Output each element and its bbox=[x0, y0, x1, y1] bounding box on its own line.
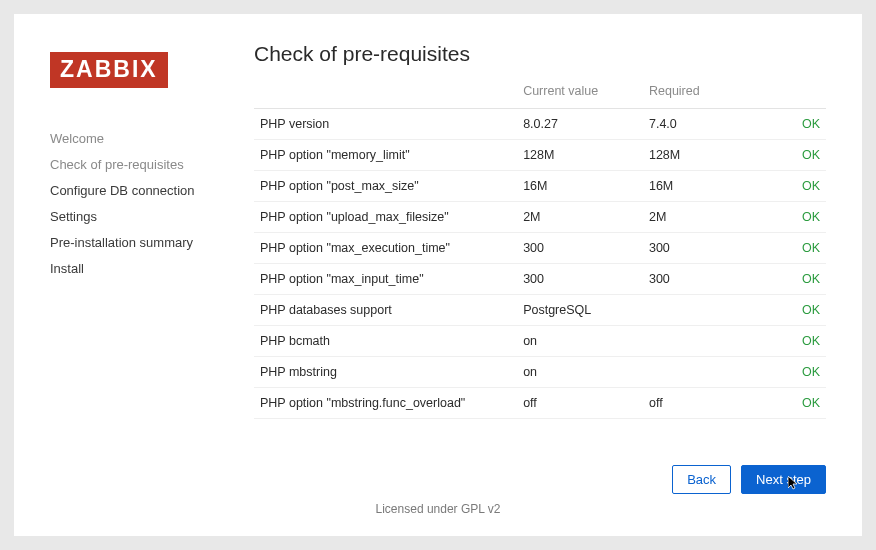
cell-current: on bbox=[517, 326, 643, 357]
cell-status: OK bbox=[757, 295, 826, 326]
requirements-table: Current value Required PHP version8.0.27… bbox=[254, 76, 826, 419]
cell-name: PHP bcmath bbox=[254, 326, 517, 357]
cell-status: OK bbox=[757, 202, 826, 233]
next-step-label: Next step bbox=[756, 472, 811, 487]
wizard-buttons: Back Next step bbox=[254, 451, 826, 502]
nav-step[interactable]: Welcome bbox=[50, 126, 248, 152]
cell-required: 16M bbox=[643, 171, 757, 202]
table-row: PHP version8.0.277.4.0OK bbox=[254, 109, 826, 140]
table-row: PHP option "max_execution_time"300300OK bbox=[254, 233, 826, 264]
col-current: Current value bbox=[517, 76, 643, 109]
nav-step[interactable]: Install bbox=[50, 256, 248, 282]
table-row: PHP option "max_input_time"300300OK bbox=[254, 264, 826, 295]
license-footer: Licensed under GPL v2 bbox=[50, 502, 826, 518]
right-column: Check of pre-requisites Current value Re… bbox=[248, 42, 826, 502]
cell-name: PHP option "memory_limit" bbox=[254, 140, 517, 171]
cell-name: PHP option "max_input_time" bbox=[254, 264, 517, 295]
cell-current: 300 bbox=[517, 264, 643, 295]
content-columns: ZABBIX WelcomeCheck of pre-requisitesCon… bbox=[50, 42, 826, 502]
table-row: PHP option "upload_max_filesize"2M2MOK bbox=[254, 202, 826, 233]
cell-current: 2M bbox=[517, 202, 643, 233]
col-name bbox=[254, 76, 517, 109]
cell-status: OK bbox=[757, 171, 826, 202]
nav-step[interactable]: Configure DB connection bbox=[50, 178, 248, 204]
brand-logo: ZABBIX bbox=[50, 52, 168, 88]
setup-steps-nav: WelcomeCheck of pre-requisitesConfigure … bbox=[50, 126, 248, 282]
nav-step[interactable]: Pre-installation summary bbox=[50, 230, 248, 256]
cell-name: PHP option "max_execution_time" bbox=[254, 233, 517, 264]
cell-status: OK bbox=[757, 233, 826, 264]
cell-status: OK bbox=[757, 388, 826, 419]
cell-current: 8.0.27 bbox=[517, 109, 643, 140]
cell-status: OK bbox=[757, 326, 826, 357]
requirements-table-wrap: Current value Required PHP version8.0.27… bbox=[254, 76, 826, 451]
cell-required: 2M bbox=[643, 202, 757, 233]
cell-name: PHP option "upload_max_filesize" bbox=[254, 202, 517, 233]
cell-name: PHP option "mbstring.func_overload" bbox=[254, 388, 517, 419]
table-fade bbox=[254, 437, 826, 451]
table-row: PHP option "mbstring.func_overload"offof… bbox=[254, 388, 826, 419]
cell-required: 300 bbox=[643, 233, 757, 264]
nav-step[interactable]: Check of pre-requisites bbox=[50, 152, 248, 178]
table-row: PHP option "post_max_size"16M16MOK bbox=[254, 171, 826, 202]
cell-current: off bbox=[517, 388, 643, 419]
table-row: PHP databases supportPostgreSQLOK bbox=[254, 295, 826, 326]
cell-status: OK bbox=[757, 109, 826, 140]
cell-name: PHP option "post_max_size" bbox=[254, 171, 517, 202]
cell-current: 128M bbox=[517, 140, 643, 171]
cell-current: PostgreSQL bbox=[517, 295, 643, 326]
col-required: Required bbox=[643, 76, 757, 109]
nav-step[interactable]: Settings bbox=[50, 204, 248, 230]
left-column: ZABBIX WelcomeCheck of pre-requisitesCon… bbox=[50, 42, 248, 502]
next-step-button[interactable]: Next step bbox=[741, 465, 826, 494]
cell-status: OK bbox=[757, 264, 826, 295]
cell-required: 128M bbox=[643, 140, 757, 171]
cell-required: 7.4.0 bbox=[643, 109, 757, 140]
table-row: PHP option "memory_limit"128M128MOK bbox=[254, 140, 826, 171]
cell-name: PHP mbstring bbox=[254, 357, 517, 388]
cell-current: on bbox=[517, 357, 643, 388]
cell-required: off bbox=[643, 388, 757, 419]
cell-required: 300 bbox=[643, 264, 757, 295]
cell-required bbox=[643, 326, 757, 357]
cell-current: 300 bbox=[517, 233, 643, 264]
cell-required bbox=[643, 295, 757, 326]
table-row: PHP mbstringonOK bbox=[254, 357, 826, 388]
cell-name: PHP version bbox=[254, 109, 517, 140]
cell-required bbox=[643, 357, 757, 388]
col-status bbox=[757, 76, 826, 109]
back-button[interactable]: Back bbox=[672, 465, 731, 494]
page-title: Check of pre-requisites bbox=[254, 42, 826, 66]
cell-status: OK bbox=[757, 357, 826, 388]
cell-current: 16M bbox=[517, 171, 643, 202]
cell-status: OK bbox=[757, 140, 826, 171]
table-row: PHP bcmathonOK bbox=[254, 326, 826, 357]
setup-page: ZABBIX WelcomeCheck of pre-requisitesCon… bbox=[14, 14, 862, 536]
cell-name: PHP databases support bbox=[254, 295, 517, 326]
